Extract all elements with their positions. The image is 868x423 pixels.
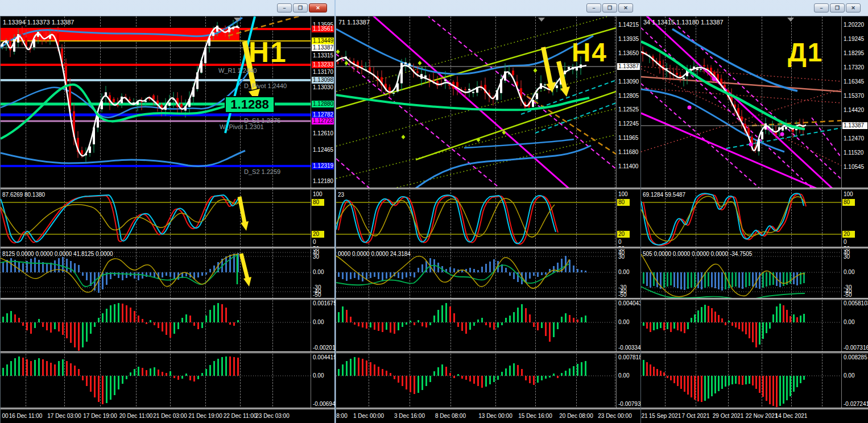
time-axis[interactable]: 2115 Sep 20217 Oct 202129 Oct 202122 Nov… — [641, 409, 868, 423]
close-button[interactable]: ✕ — [618, 3, 633, 13]
pane-separator[interactable] — [641, 351, 868, 354]
titlebar-h4[interactable]: – ❐ ✕ — [336, 0, 640, 16]
hist-level-label: -0.002016 — [313, 345, 338, 351]
pivot-level-label: W_Pivot 1.2301 — [220, 123, 264, 130]
price-tick: 1.11400 — [618, 163, 638, 170]
stochastic-values: 69.1284 59.5487 — [643, 192, 685, 198]
chart-window-d1: – ❐ ✕ — [640, 0, 868, 423]
restore-button[interactable]: ❐ — [602, 3, 617, 13]
pane-separator[interactable] — [336, 408, 640, 410]
price-badge: 1.13449 — [312, 38, 334, 44]
pane-separator[interactable] — [336, 247, 640, 249]
price-tick: 1.11965 — [618, 135, 638, 142]
pane-separator[interactable] — [1, 298, 334, 300]
price-chart-h1[interactable]: 1.13394 1.13373 1.13387 H1 1.1288 87.626… — [1, 16, 311, 423]
pane-separator[interactable] — [1, 247, 334, 249]
h4-overlays — [336, 18, 589, 142]
restore-button[interactable]: ❐ — [293, 3, 308, 13]
stoch-level-badge: 80 — [617, 199, 630, 206]
price-tick: 1.18295 — [844, 50, 864, 57]
close-button[interactable]: ✕ — [846, 3, 861, 13]
time-axis-label: 15 Dec 16:00 — [518, 413, 552, 419]
h1-oscillator-bars — [2, 253, 239, 293]
time-axis-label: 21 Dec 03:00 — [153, 413, 187, 419]
down-arrow-head-icon — [241, 221, 249, 231]
down-arrow-annotation — [241, 254, 247, 279]
price-axis[interactable]: 1.202201.192451.182951.173201.163451.153… — [841, 16, 868, 423]
time-axis-label: 22 Dec 11:00 — [224, 413, 257, 419]
price-badge: 1.12723 — [312, 118, 334, 125]
stoch-level-badge: 80 — [312, 199, 324, 206]
time-axis-label: 21 Dec 19:00 — [188, 413, 222, 419]
time-axis-label: 20 Dec 11:00 — [119, 413, 153, 419]
price-tick: 1.12610 — [313, 130, 333, 137]
restore-button[interactable]: ❐ — [830, 3, 845, 13]
pane-separator[interactable] — [641, 247, 868, 249]
price-chart-h4[interactable]: 71 1.13387 H4 23 0000 0.0000 0.0000 24.3… — [336, 16, 616, 423]
pane-separator[interactable] — [641, 298, 868, 300]
pane-separator[interactable] — [641, 408, 868, 410]
price-tick: 1.12180 — [313, 178, 333, 185]
pane-separator[interactable] — [336, 188, 640, 190]
price-badge: 1.12880 — [312, 101, 334, 107]
titlebar-d1[interactable]: – ❐ ✕ — [640, 0, 868, 16]
stoch-level-label: 0 — [313, 239, 316, 246]
titlebar-h1[interactable]: – ❐ ✕ — [0, 0, 334, 16]
pane-separator[interactable] — [641, 188, 868, 190]
hist-level-label: 0.00 — [618, 372, 629, 379]
price-badge: 1.13233 — [312, 61, 334, 68]
ohlc-readout: 1.13394 1.13373 1.13387 — [3, 19, 74, 26]
price-axis[interactable]: 1.135951.135611.134491.133871.133151.132… — [311, 16, 334, 423]
stoch-level-label: 0 — [618, 239, 622, 246]
hist-level-label: 0.00 — [844, 372, 854, 379]
time-axis-label: 22 Nov 2021 — [746, 413, 778, 419]
hist-level-label: -0.007316 — [844, 345, 868, 351]
pane-separator[interactable] — [1, 351, 334, 354]
timeframe-label: H1 — [249, 36, 287, 69]
pivot-level-label: D_Pivot 1.2440 — [244, 82, 287, 89]
close-button[interactable]: ✕ — [309, 3, 327, 13]
pane-separator[interactable] — [336, 298, 640, 300]
price-tick: 1.14420 — [844, 107, 864, 114]
price-tick: 1.12470 — [844, 135, 864, 142]
minimize-button[interactable]: – — [586, 3, 601, 13]
mt4-workspace: – ❐ ✕ — [0, 0, 868, 423]
pane-separator[interactable] — [1, 408, 334, 410]
minimize-button[interactable]: – — [277, 3, 292, 13]
time-axis-label: 21 — [641, 413, 647, 419]
hist-level-label: 0.00 — [313, 372, 324, 379]
hist-level-label: 0.007818 — [618, 354, 642, 361]
stochastic-values: 23 — [338, 192, 344, 198]
chart-window-h4: – ❐ ✕ — [336, 0, 640, 423]
osc-level-label: 30 — [313, 254, 319, 260]
time-axis-label: 17 Dec 19:00 — [83, 413, 117, 419]
time-axis-label: 13 Dec 00:00 — [478, 413, 512, 419]
price-callout-tag: 1.1288 — [225, 96, 275, 113]
oscillator-values: 0000 0.0000 0.0000 24.3184 — [338, 251, 411, 257]
oscillator-values: 505 0.0000 0.0000 0.0000 0.0000 -34.7505 — [643, 251, 752, 257]
price-tick: 1.12805 — [618, 93, 639, 99]
h1-macd-histogram-2 — [2, 356, 239, 404]
minimize-button[interactable]: – — [814, 3, 829, 13]
stoch-level-badge: 20 — [617, 231, 630, 238]
time-axis-label: 8:00 — [336, 413, 347, 419]
pane-separator[interactable] — [1, 188, 334, 190]
osc-level-label: 0.00 — [313, 269, 324, 276]
stoch-level-label: 100 — [844, 191, 853, 198]
time-axis[interactable]: 8:001 Dec 00:003 Dec 16:008 Dec 08:0013 … — [336, 409, 640, 423]
time-axis-label: 00 — [2, 413, 8, 419]
price-chart-d1[interactable]: 34 1.13415 1.13180 1.13387 Д1 69.1284 59… — [641, 16, 841, 423]
stoch-level-badge: 20 — [842, 231, 855, 238]
time-axis[interactable]: 0016 Dec 11:0017 Dec 03:0017 Dec 19:0020… — [1, 409, 334, 423]
down-arrow-annotation — [543, 47, 551, 84]
down-arrow-head-icon — [560, 86, 570, 97]
pivot-level-label: D_S2 1.2259 — [244, 168, 280, 175]
oscillator-values: 8125 0.0000 0.0000 0.0000 41.8125 0.0000 — [2, 251, 113, 257]
price-tick: 1.12465 — [313, 147, 333, 154]
price-axis[interactable]: 1.142151.139351.136501.133871.130901.128… — [616, 16, 640, 423]
price-tick: 1.13935 — [618, 36, 639, 43]
pane-separator[interactable] — [336, 351, 640, 354]
price-badge: 1.12319 — [312, 163, 334, 169]
stoch-level-badge: 20 — [312, 231, 324, 238]
osc-level-label: 0.00 — [618, 269, 629, 276]
